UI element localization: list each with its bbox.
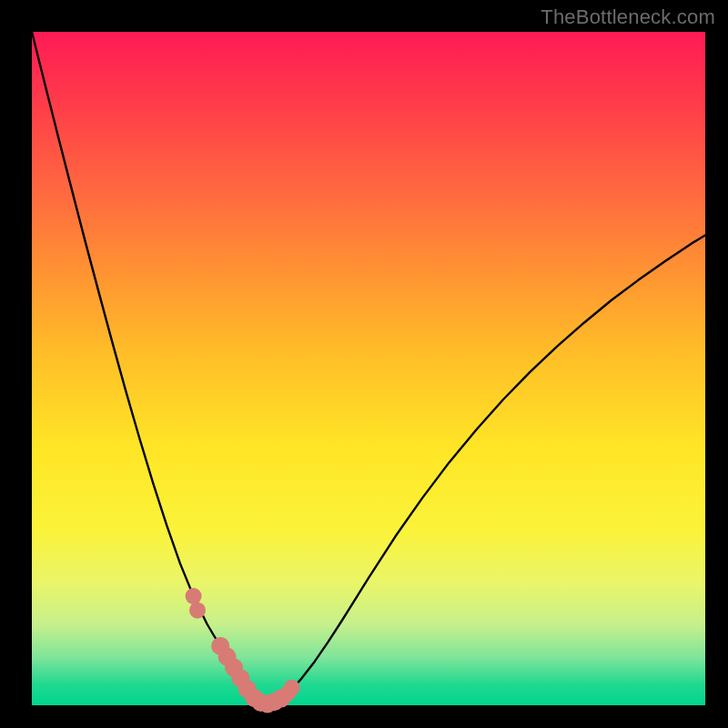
watermark-text: TheBottleneck.com [541,5,715,29]
chart-frame: TheBottleneck.com [0,0,728,728]
data-marker [186,588,202,604]
bottleneck-curve [32,32,705,704]
marker-group [186,588,300,713]
plot-area [32,32,705,705]
data-marker [284,680,300,696]
data-marker [189,602,206,619]
bottleneck-curve-svg [32,32,705,705]
